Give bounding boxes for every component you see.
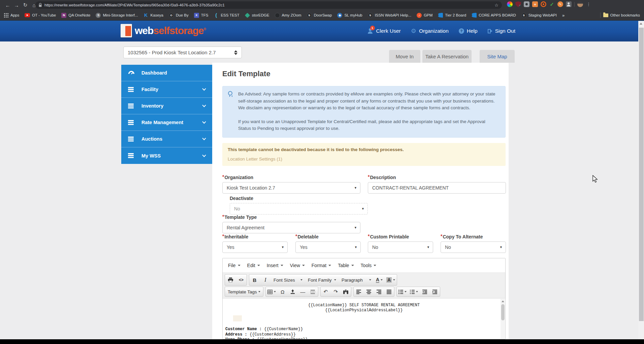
editor-scroll-thumb[interactable] (501, 304, 505, 320)
font-sizes-select[interactable]: Font Sizes (271, 275, 305, 285)
align-justify-icon[interactable] (384, 287, 394, 296)
special-character-icon[interactable]: Ω (278, 287, 288, 296)
bookmark-star-icon[interactable]: ☆ (494, 3, 498, 8)
bookmark-item[interactable]: XTFS (194, 13, 208, 18)
align-right-icon[interactable] (374, 287, 384, 296)
text-color-icon[interactable]: A (374, 275, 385, 285)
scroll-up-arrow[interactable] (640, 23, 642, 25)
insert-template-icon[interactable] (288, 287, 298, 296)
menu-insert[interactable]: Insert (263, 261, 287, 270)
location-select[interactable]: 1032565 - Prod Kiosk Test Location 2.7 (123, 47, 242, 58)
template-type-select[interactable]: Rental Agreement▼ (222, 222, 360, 233)
bookmark-item[interactable]: OT - YouTube (25, 13, 56, 17)
take-a-reservation-button[interactable]: Take A Reservation (422, 50, 472, 63)
italic-icon[interactable]: I (260, 275, 271, 285)
deletable-select[interactable]: Yes▼ (295, 241, 361, 253)
nav-help[interactable]: ? Help (459, 28, 478, 34)
nav-organization[interactable]: ⚙ Organization (411, 28, 449, 34)
bookmark-item[interactable]: SISSN WebAPI Help... (368, 13, 411, 18)
tangerine-extension-icon[interactable] (541, 1, 546, 7)
menu-table[interactable]: Table (334, 261, 357, 270)
sidebar-item-facility[interactable]: Facility (121, 81, 212, 98)
bookmark-item[interactable]: SStaging WebAPI (521, 13, 557, 18)
plus-extension-icon[interactable]: + (532, 1, 538, 7)
bookmarks-overflow-chevron[interactable]: » (562, 13, 565, 18)
sidebar-item-inventory[interactable]: Inventory (121, 98, 212, 114)
align-center-icon[interactable] (364, 287, 374, 296)
bookmark-item[interactable]: SMini-Storage Interf... (96, 13, 138, 18)
editor-content[interactable]: {{LocationName}} SELF STORAGE RENTAL AGR… (223, 298, 505, 339)
refresh-icon[interactable]: ↻ (21, 2, 30, 8)
url-bar[interactable]: https://rewrite.webselfstorage.com/Affil… (35, 1, 502, 9)
template-tags-select[interactable]: Template Tags (225, 287, 263, 296)
find-replace-icon[interactable] (341, 287, 351, 296)
bullet-list-icon[interactable] (397, 287, 408, 296)
numbered-list-icon[interactable] (408, 287, 420, 296)
horizontal-rule-icon[interactable]: — (298, 287, 308, 296)
inheritable-select[interactable]: Yes▼ (222, 241, 288, 253)
back-icon[interactable]: ← (3, 2, 12, 8)
caret-down-icon (257, 265, 260, 266)
page-break-icon[interactable] (308, 287, 318, 296)
shield-extension-icon[interactable]: 1 (515, 1, 521, 7)
paragraph-format-select[interactable]: Paragraph (339, 275, 374, 285)
menu-view[interactable]: View (287, 261, 308, 270)
forward-icon[interactable]: → (12, 2, 21, 8)
redo-icon[interactable]: ↷ (331, 287, 341, 296)
move-in-button[interactable]: Move In (389, 50, 420, 63)
outdent-icon[interactable] (420, 287, 430, 296)
editor-scrollbar[interactable] (501, 299, 505, 339)
site-map-button[interactable]: Site Map (480, 50, 515, 63)
bookmark-item[interactable]: SDoorSwap (307, 13, 332, 18)
source-code-icon[interactable]: <> (236, 275, 247, 285)
person-extension-icon[interactable] (566, 1, 572, 7)
organization-select[interactable]: Kiosk Test Location 2.7▼ (222, 182, 360, 194)
sidebar-item-my-wss[interactable]: My WSS (121, 147, 212, 164)
nav-clerk-user[interactable]: 1 Clerk User (367, 28, 401, 34)
custom-printable-select[interactable]: No▼ (368, 241, 433, 253)
sidebar-item-dashboard[interactable]: Dashboard (121, 65, 212, 81)
menu-file[interactable]: File (225, 261, 244, 270)
location-letter-settings-link[interactable]: Location Letter Settings (1) (228, 156, 282, 162)
undo-icon[interactable]: ↶ (321, 287, 331, 296)
bookmark-item[interactable]: (ESS TEST (214, 13, 239, 18)
description-input[interactable] (368, 182, 506, 194)
bookmark-item[interactable]: KKaseya (143, 13, 163, 18)
colorwheel-extension-icon[interactable] (507, 1, 513, 7)
font-family-select[interactable]: Font Family (305, 275, 339, 285)
browser-menu-icon[interactable]: ⋮ (586, 1, 591, 7)
bookmark-apps[interactable]: Apps (4, 13, 19, 18)
scroll-up-arrow[interactable] (502, 300, 504, 302)
background-color-icon[interactable]: A (385, 275, 397, 285)
table-icon[interactable] (266, 287, 278, 296)
camera-extension-icon[interactable] (524, 1, 529, 7)
pencil-extension-icon[interactable]: ✎ (557, 1, 563, 7)
bold-icon[interactable]: B (249, 275, 260, 285)
sidebar-item-rate-management[interactable]: Rate Management (121, 114, 212, 131)
bookmark-item[interactable]: Tier 2 Board (438, 13, 466, 18)
bookmark-item[interactable]: ODue By (169, 13, 189, 18)
sidebar-item-auctions[interactable]: Auctions (121, 131, 212, 147)
other-bookmarks[interactable]: Other bookmarks (603, 13, 640, 17)
print-icon[interactable] (225, 275, 236, 285)
align-left-icon[interactable] (354, 287, 364, 296)
indent-icon[interactable] (430, 287, 440, 296)
url-text[interactable]: https://rewrite.webselfstorage.com/Affil… (44, 3, 492, 7)
bookmark-item[interactable]: storEDGE (245, 13, 269, 17)
nav-sign-out[interactable]: Sign Out (488, 28, 515, 34)
window-scroll-thumb[interactable] (639, 28, 644, 321)
bookmark-item[interactable]: ♪GPM (417, 13, 432, 18)
copy-to-alternate-select[interactable]: No▼ (441, 241, 506, 253)
bookmark-item[interactable]: CORE APPS BOARD (472, 13, 516, 18)
check-extension-icon[interactable]: ✓ (549, 1, 555, 7)
bookmark-item[interactable]: NQA OneNote (61, 13, 90, 18)
menu-format[interactable]: Format (308, 261, 334, 270)
window-scrollbar[interactable] (638, 21, 644, 339)
profile-avatar[interactable] (577, 1, 583, 7)
webselfstorage-logo[interactable]: webselfstorage® (121, 24, 206, 37)
bookmark-item[interactable]: Amy ZOom (275, 13, 301, 18)
menu-edit[interactable]: Edit (244, 261, 263, 270)
bookmark-item[interactable]: ◆SL myHub (337, 13, 362, 18)
sign-out-icon (488, 29, 492, 33)
menu-tools[interactable]: Tools (357, 261, 380, 270)
